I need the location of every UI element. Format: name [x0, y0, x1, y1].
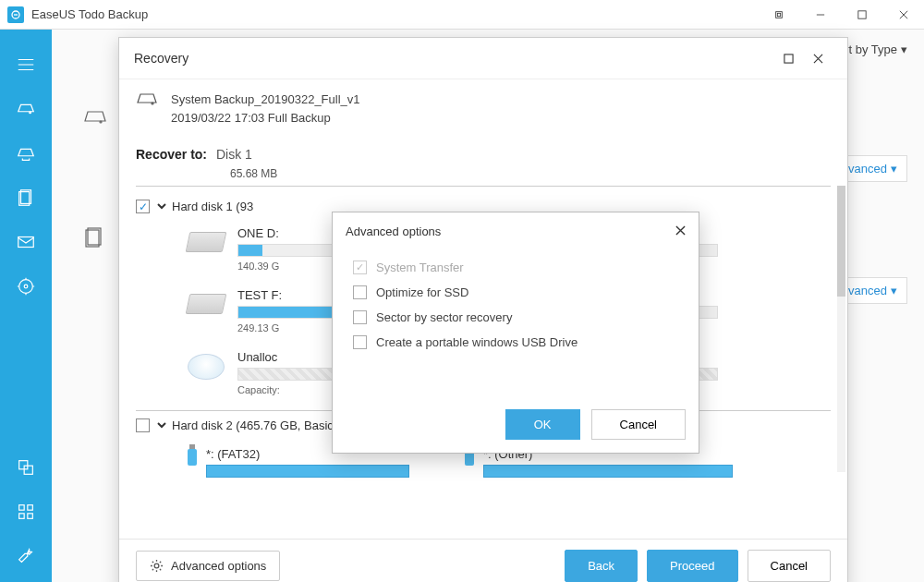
- usage-bar: [206, 465, 409, 478]
- disk-system-icon[interactable]: [0, 91, 52, 127]
- app-title: EaseUS Todo Backup: [31, 7, 758, 21]
- caret-down-icon: ▾: [901, 42, 907, 56]
- checkbox[interactable]: [353, 310, 367, 324]
- close-icon[interactable]: [882, 0, 924, 30]
- disk1-checkbox[interactable]: [136, 200, 150, 213]
- usb-icon: [188, 449, 197, 466]
- unallocated-icon: [188, 354, 225, 380]
- mail-icon[interactable]: [0, 224, 52, 261]
- hdd-icon: [186, 232, 227, 252]
- opt-system-transfer: System Transfer: [353, 255, 678, 280]
- recovery-title: Recovery: [134, 51, 773, 66]
- modal-title: Advanced options: [346, 224, 675, 238]
- file-backup-icon[interactable]: [0, 179, 52, 216]
- svg-point-4: [30, 112, 31, 114]
- svg-rect-11: [24, 466, 32, 474]
- ok-button[interactable]: OK: [505, 409, 580, 440]
- recover-to-label: Recover to:: [136, 147, 207, 162]
- app-logo: [7, 6, 24, 23]
- caret-down-icon: ▾: [891, 284, 897, 297]
- opt-sector-recovery[interactable]: Sector by sector recovery: [353, 305, 678, 330]
- svg-point-21: [154, 564, 159, 568]
- restore-icon[interactable]: [758, 0, 799, 30]
- disk2-checkbox[interactable]: [136, 418, 150, 432]
- advanced-options-modal: Advanced options System Transfer Optimiz…: [332, 212, 699, 454]
- checkbox-checked-disabled: [353, 261, 367, 274]
- svg-rect-12: [19, 505, 25, 511]
- proceed-button[interactable]: Proceed: [647, 550, 737, 582]
- backup-card-icon: [83, 105, 107, 133]
- svg-rect-10: [19, 461, 28, 469]
- tools-icon[interactable]: [0, 493, 52, 530]
- advanced-options-button[interactable]: Advanced options: [136, 551, 280, 581]
- svg-rect-3: [857, 10, 865, 18]
- minimize-icon[interactable]: [799, 0, 841, 30]
- svg-point-9: [24, 285, 28, 288]
- cancel-button[interactable]: Cancel: [591, 409, 686, 440]
- modal-close-icon[interactable]: [675, 223, 686, 239]
- svg-point-8: [19, 280, 33, 294]
- backup-name: System Backup_20190322_Full_v1: [171, 91, 360, 109]
- menu-icon[interactable]: [0, 46, 52, 83]
- svg-rect-13: [28, 505, 33, 511]
- svg-rect-1: [775, 11, 782, 18]
- smart-backup-icon[interactable]: [0, 268, 52, 305]
- disk-backup-icon[interactable]: [0, 135, 52, 172]
- recovery-close-icon[interactable]: [803, 43, 833, 73]
- hdd-icon: [186, 294, 227, 314]
- svg-rect-15: [28, 514, 33, 519]
- disk-icon: [136, 91, 158, 127]
- usage-bar: [483, 465, 733, 478]
- chevron-down-icon[interactable]: [157, 418, 166, 432]
- svg-rect-14: [19, 514, 25, 519]
- svg-point-20: [152, 103, 153, 104]
- recover-to-value: Disk 1: [216, 147, 252, 162]
- size-line: 65.68 MB: [119, 167, 847, 180]
- cancel-button[interactable]: Cancel: [748, 550, 831, 582]
- backup-time: 2019/03/22 17:03 Full Backup: [171, 109, 360, 127]
- sidebar: [0, 30, 52, 582]
- svg-rect-19: [784, 54, 792, 62]
- disk1-label: Hard disk 1 (93: [172, 200, 253, 213]
- backup-card-icon: [83, 225, 107, 253]
- caret-down-icon: ▾: [891, 162, 897, 176]
- checkbox[interactable]: [353, 335, 367, 349]
- opt-portable-usb[interactable]: Create a portable windows USB Drive: [353, 330, 678, 355]
- opt-optimize-ssd[interactable]: Optimize for SSD: [353, 280, 678, 305]
- svg-rect-2: [777, 13, 780, 16]
- settings-icon[interactable]: [0, 538, 52, 575]
- scrollbar-thumb[interactable]: [837, 186, 845, 297]
- scrollbar[interactable]: [837, 186, 845, 472]
- back-button[interactable]: Back: [565, 550, 638, 582]
- checkbox[interactable]: [353, 285, 367, 299]
- chevron-down-icon[interactable]: [157, 200, 166, 213]
- svg-point-16: [100, 121, 102, 123]
- clone-icon[interactable]: [0, 449, 52, 486]
- gear-icon: [150, 559, 164, 573]
- recovery-maximize-icon[interactable]: [773, 43, 803, 73]
- maximize-icon[interactable]: [841, 0, 882, 30]
- svg-rect-7: [18, 237, 34, 248]
